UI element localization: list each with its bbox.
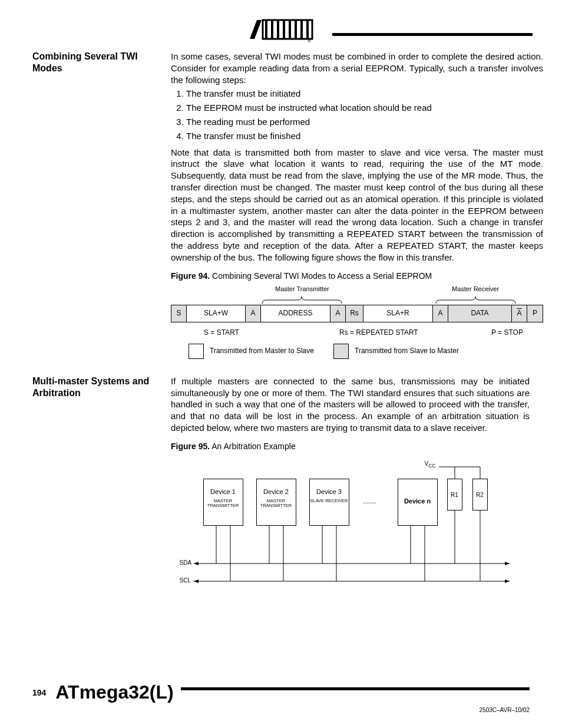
swatch-white — [189, 344, 204, 359]
device1-box: Device 1 MASTER TRANSMITTER — [203, 479, 243, 526]
cell-p: P — [527, 305, 543, 322]
fig94-master-transmitter-label: Master Transmitter — [275, 285, 329, 294]
device2-box: Device 2 MASTER TRANSMITTER — [256, 479, 296, 526]
figure95-caption-text: An Arbitration Example — [211, 442, 295, 451]
section1-intro: In some cases, several TWI modes must be… — [171, 51, 543, 85]
devicen-name: Device n — [398, 497, 437, 506]
page-footer: 194 ATmega32(L) 2503C–AVR–10/02 — [32, 681, 530, 713]
figure94: Master Transmitter Master Receiver S SLA… — [171, 285, 543, 359]
cell-s: S — [171, 305, 187, 322]
page-number: 194 — [32, 688, 46, 697]
legend-rs: Rs = REPEATED START — [339, 328, 491, 338]
header-divider — [332, 33, 533, 36]
device2-name: Device 2 — [257, 487, 296, 496]
legend-m2s: Transmitted from Master to Slave — [210, 347, 328, 356]
r2-box: R2 — [472, 479, 488, 510]
cell-rs: Rs — [346, 305, 363, 322]
device3-role: SLAVE RECEIVER — [310, 499, 349, 503]
chip-name: ATmega32(L) — [55, 681, 173, 703]
svg-text:®: ® — [308, 38, 311, 42]
device2-role: MASTER TRANSMITTER — [257, 499, 296, 509]
sda-label: SDA — [180, 559, 192, 566]
device3-box: Device 3 SLAVE RECEIVER — [309, 479, 349, 526]
svg-rect-0 — [263, 20, 312, 39]
figure95-caption: Figure 95. An Arbitration Example — [171, 441, 530, 452]
device3-name: Device 3 — [310, 487, 349, 496]
devicen-box: Device n — [398, 479, 438, 526]
svg-marker-25 — [505, 562, 510, 565]
step-2: The EEPROM must be instructed what locat… — [186, 102, 543, 114]
r1-box: R1 — [447, 479, 462, 510]
figure94-caption: Figure 94. Combining Several TWI Modes t… — [171, 271, 543, 281]
section1-note: Note that data is transmitted both from … — [171, 147, 543, 263]
figure94-caption-text: Combining Several TWI Modes to Access a … — [212, 271, 432, 281]
legend-s2m: Transmitted from Slave to Master — [355, 347, 459, 356]
legend-p-stop: P = STOP — [491, 328, 523, 338]
section1-steps: The transfer must be initiated The EEPRO… — [171, 88, 543, 141]
svg-marker-24 — [194, 562, 199, 565]
fig94-master-receiver-label: Master Receiver — [452, 285, 499, 294]
cell-a2: A — [330, 305, 346, 322]
brand-logo: ® — [32, 18, 530, 45]
step-4: The transfer must be finished — [186, 130, 543, 142]
cell-address: ADDRESS — [261, 305, 330, 322]
cell-a3: A — [433, 305, 448, 322]
footer-divider — [181, 687, 530, 690]
cell-slaw: SLA+W — [187, 305, 246, 322]
cell-data: DATA — [448, 305, 512, 322]
vcc-label: VCC — [425, 460, 436, 469]
scl-label: SCL — [180, 577, 191, 584]
figure95-label: Figure 95. — [171, 442, 210, 451]
step-3: The reading must be performed — [186, 116, 543, 128]
fig94-sequence: S SLA+W A ADDRESS A Rs SLA+R A DATA A P — [171, 305, 543, 322]
device1-name: Device 1 — [204, 487, 243, 496]
step-1: The transfer must be initiated — [186, 88, 543, 100]
figure95: VCC Device 1 MASTER TRANSMITTER Device 2… — [180, 455, 521, 599]
cell-a4: A — [512, 305, 527, 322]
cell-slar: SLA+R — [363, 305, 433, 322]
swatch-grey — [333, 344, 349, 359]
doc-id: 2503C–AVR–10/02 — [32, 707, 530, 713]
section2-body: If multiple masters are connected to the… — [171, 375, 530, 434]
figure94-label: Figure 94. — [171, 271, 210, 281]
device-dots: ........ — [363, 498, 376, 505]
svg-marker-27 — [194, 579, 199, 583]
legend-s-start: S = START — [204, 328, 339, 338]
cell-a1: A — [246, 305, 261, 322]
device1-role: MASTER TRANSMITTER — [204, 499, 243, 509]
svg-marker-28 — [505, 579, 510, 583]
section1-heading: Combining Several TWI Modes — [32, 51, 159, 371]
section2-heading: Multi-master Systems and Arbitration — [32, 375, 159, 599]
